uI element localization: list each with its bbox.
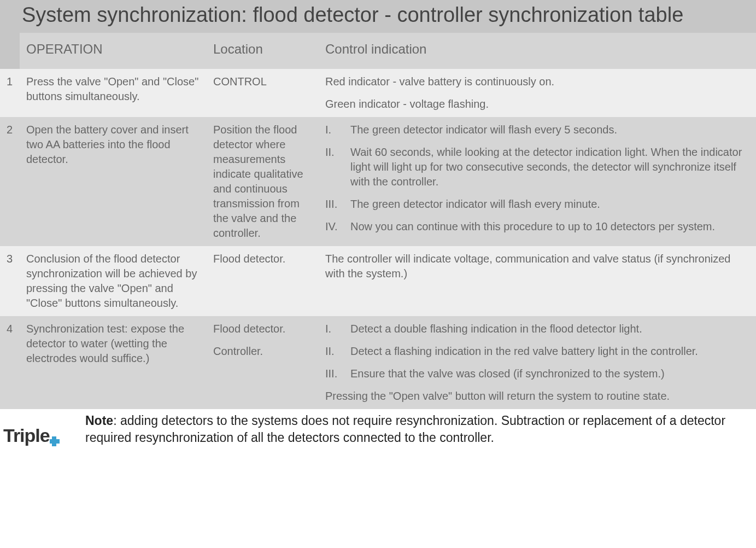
logo-text: Triple <box>3 423 60 448</box>
cell-indication: Red indicator - valve battery is continu… <box>319 69 756 117</box>
table-row: 4 Synchronization test: expose the detec… <box>0 316 756 409</box>
note-text: : adding detectors to the systems does n… <box>85 413 725 445</box>
list-text: Ensure that the valve was closed (if syn… <box>350 366 665 381</box>
location-para: Flood detector. <box>213 322 312 336</box>
cell-indication: The controller will indicate voltage, co… <box>319 246 756 316</box>
list-text: The green detector indicator will flash … <box>350 123 617 137</box>
cell-indication: I. Detect a double flashing indication i… <box>319 316 756 409</box>
page-title: System synchronization: flood detector -… <box>0 0 756 33</box>
row-number: 4 <box>0 316 20 409</box>
cell-operation: Open the battery cover and insert two AA… <box>20 117 207 246</box>
col-head-operation: OPERATION <box>20 33 207 69</box>
indication-para: Red indicator - valve battery is continu… <box>325 74 749 89</box>
list-item: I. Detect a double flashing indication i… <box>325 322 749 336</box>
col-head-indication: Control indication <box>319 33 756 69</box>
list-text: Now you can continue with this procedure… <box>350 219 715 234</box>
footer-note: Note: adding detectors to the systems do… <box>85 412 751 446</box>
list-numeral: III. <box>325 197 350 212</box>
list-text: The green detector indicator will flash … <box>350 197 600 212</box>
col-head-num <box>0 33 20 69</box>
plus-icon <box>50 436 60 446</box>
list-numeral: II. <box>325 145 350 189</box>
list-text: Wait 60 seconds, while looking at the de… <box>350 145 749 189</box>
indication-tail: Pressing the "Open valve" button will re… <box>325 389 749 404</box>
cell-indication: I. The green detector indicator will fla… <box>319 117 756 246</box>
cell-location: Position the flood detector where measur… <box>207 117 319 246</box>
list-text: Detect a flashing indication in the red … <box>350 344 698 359</box>
list-item: I. The green detector indicator will fla… <box>325 123 749 137</box>
list-numeral: I. <box>325 322 350 336</box>
table-header-row: OPERATION Location Control indication <box>0 33 756 69</box>
indication-para: Green indicator - voltage flashing. <box>325 97 749 112</box>
location-para: Controller. <box>213 344 312 359</box>
list-numeral: II. <box>325 344 350 359</box>
list-numeral: III. <box>325 366 350 381</box>
list-item: III. The green detector indicator will f… <box>325 197 749 212</box>
table-row: 1 Press the valve "Open" and "Close" but… <box>0 69 756 117</box>
row-number: 1 <box>0 69 20 117</box>
cell-location: Flood detector. <box>207 246 319 316</box>
indication-para: The controller will indicate voltage, co… <box>325 252 749 281</box>
table-row: 2 Open the battery cover and insert two … <box>0 117 756 246</box>
row-number: 2 <box>0 117 20 246</box>
sync-table: OPERATION Location Control indication 1 … <box>0 33 756 409</box>
col-head-location: Location <box>207 33 319 69</box>
cell-operation: Conclusion of the flood detector synchro… <box>20 246 207 316</box>
list-item: IV. Now you can continue with this proce… <box>325 219 749 234</box>
note-label: Note <box>85 413 113 428</box>
list-item: III. Ensure that the valve was closed (i… <box>325 366 749 381</box>
list-item: II. Wait 60 seconds, while looking at th… <box>325 145 749 189</box>
logo: Triple <box>3 412 85 448</box>
document-page: System synchronization: flood detector -… <box>0 0 756 454</box>
list-numeral: IV. <box>325 219 350 234</box>
cell-operation: Synchronization test: expose the detecto… <box>20 316 207 409</box>
footer: Triple Note: adding detectors to the sys… <box>0 409 756 454</box>
indication-list: I. Detect a double flashing indication i… <box>325 322 749 381</box>
logo-word: Triple <box>3 425 50 446</box>
list-text: Detect a double flashing indication in t… <box>350 322 642 336</box>
list-item: II. Detect a flashing indication in the … <box>325 344 749 359</box>
row-number: 3 <box>0 246 20 316</box>
list-numeral: I. <box>325 123 350 137</box>
table-row: 3 Conclusion of the flood detector synch… <box>0 246 756 316</box>
cell-location: CONTROL <box>207 69 319 117</box>
indication-list: I. The green detector indicator will fla… <box>325 123 749 234</box>
cell-location: Flood detector. Controller. <box>207 316 319 409</box>
cell-operation: Press the valve "Open" and "Close" butto… <box>20 69 207 117</box>
